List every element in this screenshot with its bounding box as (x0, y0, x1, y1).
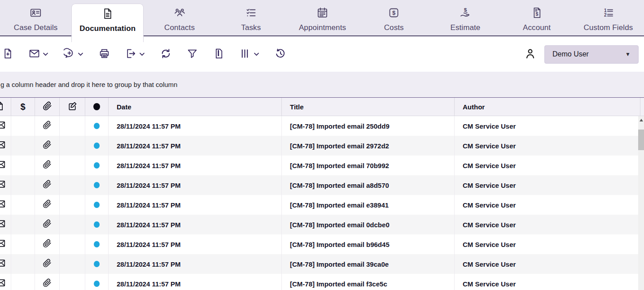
tab-appointments[interactable]: Appointments (287, 0, 358, 36)
document-type-icon (0, 101, 4, 113)
tab-custom-fields[interactable]: 12 Custom Fields (573, 0, 644, 36)
add-comment-button[interactable] (64, 48, 83, 61)
date-cell: 28/11/2024 11:57 PM (109, 175, 282, 195)
edit-cell (60, 116, 85, 136)
table-row[interactable]: 28/11/2024 11:57 PM [CM-78] Imported ema… (0, 215, 638, 234)
email-icon (29, 48, 40, 61)
status-cell (85, 234, 109, 254)
export-button[interactable] (125, 48, 145, 61)
tab-estimate[interactable]: $ Estimate (429, 0, 501, 36)
history-button[interactable] (275, 48, 286, 61)
email-icon (0, 179, 6, 191)
edit-cell (60, 156, 85, 175)
cost-cell (11, 215, 35, 234)
column-header-author[interactable]: Author (455, 98, 640, 116)
column-header-edit[interactable] (60, 98, 85, 116)
paperclip-icon (42, 120, 52, 132)
title-cell: [CM-78] Imported email b96d45 (282, 234, 455, 254)
author-cell: CM Service User (455, 116, 638, 136)
document-type-cell (0, 215, 11, 234)
tab-label: Appointments (299, 23, 346, 32)
email-icon (0, 120, 6, 132)
cost-cell (11, 156, 35, 175)
tab-label: Estimate (450, 23, 480, 32)
attachment-cell (35, 175, 60, 195)
tab-costs[interactable]: $ Costs (358, 0, 429, 36)
paperclip-icon (42, 101, 53, 113)
tab-account[interactable]: $ Account (501, 0, 573, 36)
author-cell: CM Service User (455, 215, 638, 234)
zip-archive-button[interactable] (213, 48, 224, 61)
tab-documentation[interactable]: Documentation (71, 4, 144, 42)
column-header-cost[interactable]: $ (11, 98, 35, 116)
tab-contacts[interactable]: Contacts (144, 0, 215, 36)
title-cell: [CM-78] Imported email a8d570 (282, 175, 455, 195)
documents-table-body: 28/11/2024 11:57 PM [CM-78] Imported ema… (0, 116, 638, 290)
add-document-button[interactable] (2, 48, 13, 61)
edit-icon (67, 101, 78, 113)
status-cell (85, 274, 109, 290)
table-row[interactable]: 28/11/2024 11:57 PM [CM-78] Imported ema… (0, 136, 638, 156)
email-icon (0, 140, 6, 151)
column-header-spacer (640, 98, 644, 116)
svg-text:2: 2 (604, 13, 607, 17)
user-icon (524, 48, 536, 61)
cost-cell (11, 175, 35, 195)
scrollbar-thumb[interactable] (638, 130, 644, 150)
column-header-date[interactable]: Date (109, 98, 282, 116)
tab-label: Tasks (241, 23, 261, 32)
table-row[interactable]: 28/11/2024 11:57 PM [CM-78] Imported ema… (0, 195, 638, 215)
column-header-status[interactable] (85, 98, 109, 116)
edit-cell (60, 254, 85, 274)
document-type-cell (0, 116, 11, 136)
status-cell (85, 195, 109, 215)
title-cell: [CM-78] Imported email 2972d2 (282, 136, 455, 156)
date-cell: 28/11/2024 11:57 PM (109, 195, 282, 215)
tab-case-details[interactable]: Case Details (0, 0, 71, 36)
table-row[interactable]: 28/11/2024 11:57 PM [CM-78] Imported ema… (0, 274, 638, 290)
user-dropdown-value: Demo User (552, 50, 589, 58)
add-comment-icon (64, 48, 75, 61)
table-row[interactable]: 28/11/2024 11:57 PM [CM-78] Imported ema… (0, 254, 638, 274)
cost-cell (11, 116, 35, 136)
paperclip-icon (42, 179, 52, 191)
export-icon (125, 48, 136, 61)
status-cell (85, 136, 109, 156)
email-icon (0, 278, 6, 290)
paperclip-icon (42, 238, 52, 250)
filter-button[interactable] (187, 48, 198, 61)
cost-cell (11, 195, 35, 215)
document-type-cell (0, 156, 11, 175)
table-row[interactable]: 28/11/2024 11:57 PM [CM-78] Imported ema… (0, 116, 638, 136)
author-cell: CM Service User (455, 195, 638, 215)
email-icon (0, 160, 6, 171)
column-header-title[interactable]: Title (282, 98, 455, 116)
table-row[interactable]: 28/11/2024 11:57 PM [CM-78] Imported ema… (0, 175, 638, 195)
scroll-up-arrow-icon[interactable] (640, 119, 643, 121)
refresh-button[interactable] (160, 48, 171, 61)
paperclip-icon (42, 140, 52, 151)
column-header-attachment[interactable] (35, 98, 60, 116)
user-dropdown[interactable]: Demo User ▼ (544, 45, 639, 64)
attachment-cell (35, 215, 60, 234)
hand-dollar-icon: $ (459, 7, 471, 21)
edit-cell (60, 175, 85, 195)
attachment-cell (35, 274, 60, 290)
tab-label: Costs (384, 23, 404, 32)
status-dot-icon (94, 162, 100, 169)
table-row[interactable]: 28/11/2024 11:57 PM [CM-78] Imported ema… (0, 156, 638, 175)
edit-cell (60, 274, 85, 290)
status-dot-icon (94, 221, 100, 228)
email-button[interactable] (29, 48, 48, 61)
tab-tasks[interactable]: Tasks (215, 0, 287, 36)
table-row[interactable]: 28/11/2024 11:57 PM [CM-78] Imported ema… (0, 234, 638, 254)
columns-icon (240, 48, 251, 61)
print-button[interactable] (99, 48, 110, 61)
status-cell (85, 215, 109, 234)
columns-button[interactable] (240, 48, 259, 61)
column-header-document-type[interactable] (0, 98, 11, 116)
group-by-bar[interactable]: g a column header and drop it here to gr… (0, 72, 644, 97)
vertical-scrollbar[interactable] (638, 116, 644, 290)
tab-label: Case Details (14, 23, 58, 32)
attachment-cell (35, 254, 60, 274)
